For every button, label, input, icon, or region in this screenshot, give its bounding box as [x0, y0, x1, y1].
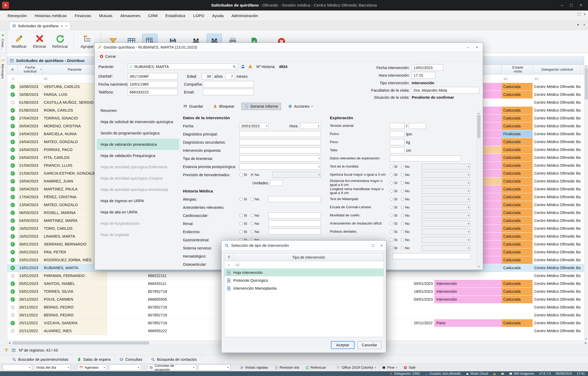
sidebar-item[interactable]: Hoja de solicitud de intervención quirúr…	[97, 116, 179, 127]
dialog-minimize-button[interactable]: –	[467, 45, 469, 49]
imagenes-status[interactable]: 585 imágenes	[509, 372, 534, 375]
distancia-select[interactable]	[422, 180, 470, 186]
pin-icon[interactable]	[60, 24, 63, 28]
sidebar-item[interactable]: Hoja de implante	[97, 229, 179, 240]
sidebar-item[interactable]: Hoja de hospitalización	[97, 218, 179, 229]
tipo-anestesia-select[interactable]	[239, 155, 321, 161]
menu-item[interactable]: Recepción	[4, 11, 31, 21]
apertura-select[interactable]	[422, 172, 470, 178]
extra2-si-radio[interactable]	[390, 246, 393, 250]
person-icon[interactable]	[241, 64, 245, 69]
extra1-no-radio[interactable]	[401, 238, 404, 242]
malampati-no-radio[interactable]	[401, 197, 404, 201]
protesis-select[interactable]	[422, 229, 470, 235]
alert-status-icon[interactable]	[493, 372, 496, 375]
email-input[interactable]	[203, 89, 253, 95]
busqueda-contactos-button[interactable]: Búsqueda de contactos	[147, 355, 201, 363]
consultas-button[interactable]: Consultas	[115, 355, 147, 363]
extra2-no-radio[interactable]	[401, 246, 404, 250]
search-icon[interactable]	[232, 65, 236, 69]
peso-input[interactable]	[390, 139, 404, 145]
pine-theme-combo[interactable]: Pine▾	[380, 364, 399, 371]
datos-relevantes-input[interactable]	[390, 155, 461, 161]
tabstrip-close-icon[interactable]: ×	[583, 23, 585, 27]
filter-cell-fecha[interactable]	[18, 75, 43, 83]
column-header-delegacion[interactable]: Delegación solicitud	[533, 65, 580, 75]
protesis-no-radio[interactable]	[401, 230, 404, 233]
extra2-select[interactable]	[422, 245, 470, 251]
scroll-down-icon[interactable]: ▼	[478, 265, 480, 268]
cancelar-button[interactable]: Cancelar	[358, 341, 381, 349]
cormak-select[interactable]	[422, 204, 470, 210]
hora-input[interactable]: ▲▼	[300, 123, 321, 129]
eliminar-button[interactable]: Eliminar	[29, 31, 50, 52]
chevron-down-icon[interactable]: ▾	[584, 13, 585, 16]
malampati-si-radio[interactable]	[390, 197, 393, 201]
hemoderivados-no-radio[interactable]	[250, 173, 254, 176]
intubacion-select[interactable]	[422, 221, 470, 227]
renal-input[interactable]	[268, 221, 321, 227]
modo-cloud-status[interactable]: Modo Cloud	[466, 372, 488, 375]
telefono-input[interactable]: 666333222	[128, 89, 178, 95]
mordida-select[interactable]	[422, 164, 470, 170]
column-header-estado-visita[interactable]: Estado visita	[502, 65, 533, 75]
visitas-rapidas-button[interactable]: Visitas rápidas	[238, 364, 270, 371]
scroll-up-icon[interactable]: ▲	[478, 112, 480, 114]
menu-item[interactable]: Administración	[227, 11, 262, 21]
facultativo-input[interactable]: Dra. Alejandro Mota	[412, 87, 479, 93]
visita-del-dia-combo[interactable]: Visita del día	[34, 364, 71, 370]
paciente-input[interactable]: ✓ RUBIANES, MARTA	[128, 63, 238, 70]
talla-input[interactable]	[390, 147, 404, 153]
filter-equals-icon[interactable]: =	[224, 261, 234, 268]
distancia-si-radio[interactable]	[390, 181, 393, 185]
filter-cell-estado[interactable]	[502, 75, 533, 83]
dialog-vertical-scrollbar[interactable]: ▲ ▼	[477, 112, 481, 268]
endocrino-no-radio[interactable]	[250, 230, 254, 233]
extra-wide-input[interactable]	[392, 253, 470, 259]
modificar-button[interactable]: Modificar	[9, 31, 29, 52]
scroll-up-icon[interactable]: ▲	[585, 65, 587, 67]
nacimiento-input[interactable]: 10/01/1985	[128, 81, 178, 87]
generar-informe-button[interactable]: Generar informe	[241, 103, 281, 110]
menu-item[interactable]: Estadística	[161, 11, 189, 21]
distancia-no-radio[interactable]	[401, 181, 404, 185]
menu-item[interactable]: CRM	[144, 11, 161, 21]
mordida-si-radio[interactable]	[390, 165, 393, 168]
window-layout-icon[interactable]	[577, 12, 581, 16]
longitud-si-radio[interactable]	[390, 189, 393, 193]
unidades-input[interactable]	[270, 180, 283, 186]
mordida-no-radio[interactable]	[401, 165, 404, 168]
sidebar-item[interactable]: Hoja de actividad quirúrgica Cirujano	[97, 173, 179, 184]
filter-equals-icon[interactable]: =	[7, 75, 18, 83]
sidebar-tab-crear[interactable]: Crear...	[0, 31, 6, 53]
cardio-si-radio[interactable]	[239, 214, 243, 217]
menu-item[interactable]: Almacenes	[116, 11, 144, 21]
sidebar-item[interactable]: Sesión de programación quirúrgica	[97, 127, 179, 139]
apertura-no-radio[interactable]	[401, 173, 404, 176]
pulso-input[interactable]	[390, 131, 404, 137]
sidebar-item[interactable]: Hoja de validación Prequirúrgica	[97, 150, 179, 161]
alergias-si-radio[interactable]	[239, 197, 243, 201]
delegacion-status[interactable]: Delegación: CMO	[389, 372, 420, 375]
compania-input[interactable]	[203, 81, 253, 87]
column-header-fecha-solicitud[interactable]: Fecha solicitud▾	[18, 65, 43, 75]
column-header-a[interactable]: A	[7, 65, 18, 75]
office-theme-combo[interactable]: Office 2019 Colorful▾	[334, 364, 378, 371]
sidebar-item[interactable]: Hoja de valoración preanestésica	[97, 139, 179, 150]
warning-icon[interactable]	[248, 64, 253, 69]
picker-row[interactable]: Intervención Mamoplastia	[224, 284, 384, 292]
agendas-value-combo[interactable]	[109, 364, 141, 370]
salas-espera-button[interactable]: Salas de espera	[73, 355, 115, 363]
fecha-date-input[interactable]: 20/01/2023	[239, 123, 269, 129]
menu-item[interactable]: Finanzas	[71, 11, 95, 21]
cardio-no-radio[interactable]	[250, 214, 254, 217]
sidebar-item[interactable]: Hoja de Ingreso en URPA	[97, 195, 179, 206]
mail-status-icon[interactable]	[501, 372, 504, 375]
picker-row[interactable]: Hoja intervención	[224, 269, 384, 276]
apertura-si-radio[interactable]	[390, 173, 393, 176]
tab-solicitudes-quirofano[interactable]: Solicitudes de quirófano ×	[9, 22, 70, 30]
spinner-icons[interactable]: ▲▼	[317, 124, 321, 128]
intubacion-si-radio[interactable]	[390, 222, 393, 225]
picker-maximize-button[interactable]: □	[372, 243, 374, 248]
diagnosticos-secundarios-input[interactable]	[239, 139, 321, 145]
